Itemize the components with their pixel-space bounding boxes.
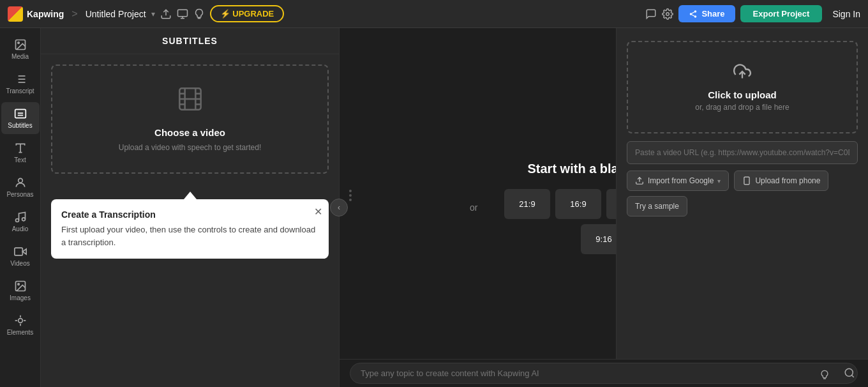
svg-line-48 bbox=[851, 375, 853, 377]
try-sample-button[interactable]: Try a sample bbox=[627, 196, 687, 216]
search-button[interactable] bbox=[836, 359, 863, 387]
upload-dropzone[interactable]: Click to upload or, drag and drop a file… bbox=[627, 41, 858, 133]
panel-collapse-button[interactable]: ‹ bbox=[330, 199, 348, 216]
or-label: or bbox=[470, 202, 477, 213]
sidebar-item-audio[interactable]: Audio bbox=[1, 206, 40, 238]
svg-point-25 bbox=[22, 218, 25, 221]
svg-point-30 bbox=[18, 319, 22, 323]
upload-icon[interactable] bbox=[160, 8, 172, 20]
svg-point-7 bbox=[694, 15, 697, 18]
comment-icon[interactable] bbox=[645, 8, 657, 20]
upload-drag-text: or, drag and drop a file here bbox=[641, 103, 844, 112]
choose-video-subtitle: Upload a video with speech to get starte… bbox=[119, 143, 261, 152]
svg-rect-27 bbox=[14, 248, 22, 255]
svg-rect-45 bbox=[744, 177, 749, 185]
svg-marker-26 bbox=[22, 249, 26, 254]
canvas-area: Start with a blank canvas 21:9 16:9 1:1 … bbox=[340, 28, 868, 387]
export-button[interactable]: Export Project bbox=[740, 5, 823, 22]
sidebar-item-elements[interactable]: Elements bbox=[1, 309, 40, 341]
topbar: Kapwing > Untitled Project ▾ ⚡ UPGRADE S… bbox=[0, 0, 868, 28]
tooltip-box: ✕ Create a Transcription First upload yo… bbox=[51, 199, 329, 259]
svg-point-11 bbox=[17, 42, 19, 44]
sidebar-item-images[interactable]: Images bbox=[1, 275, 40, 307]
svg-line-9 bbox=[692, 11, 694, 13]
ai-lightbulb-icon[interactable] bbox=[819, 370, 830, 382]
svg-point-5 bbox=[694, 10, 697, 12]
choose-video-title: Choose a video bbox=[154, 127, 225, 138]
svg-point-47 bbox=[845, 368, 853, 376]
project-chevron-icon[interactable]: ▾ bbox=[151, 10, 155, 19]
sidebar: Media Transcript Subtitles Text Personas… bbox=[0, 28, 41, 387]
breadcrumb-sep: > bbox=[71, 8, 77, 20]
logo[interactable]: Kapwing bbox=[8, 6, 64, 22]
upload-phone-button[interactable]: Upload from phone bbox=[734, 171, 828, 191]
upgrade-button[interactable]: ⚡ UPGRADE bbox=[210, 5, 285, 22]
tooltip-title: Create a Transcription bbox=[61, 209, 318, 220]
upload-click-text: Click to upload bbox=[641, 89, 844, 100]
sidebar-item-personas[interactable]: Personas bbox=[1, 171, 40, 203]
svg-point-6 bbox=[690, 13, 692, 15]
svg-point-23 bbox=[18, 178, 22, 183]
subtitles-panel: SUBTITLES Choose a video Upload a video … bbox=[41, 28, 340, 387]
sidebar-item-transcript[interactable]: Transcript bbox=[1, 68, 40, 100]
svg-rect-1 bbox=[177, 10, 187, 17]
upload-area: Click to upload or, drag and drop a file… bbox=[616, 28, 868, 359]
logo-icon bbox=[8, 6, 23, 22]
signin-button[interactable]: Sign In bbox=[832, 9, 860, 19]
sidebar-item-subtitles[interactable]: Subtitles bbox=[1, 102, 40, 134]
aspect-ratio-16-9[interactable]: 16:9 bbox=[555, 189, 601, 219]
tooltip-close-button[interactable]: ✕ bbox=[314, 206, 322, 218]
url-input[interactable] bbox=[627, 141, 858, 164]
ai-prompt-input[interactable] bbox=[350, 363, 858, 384]
svg-point-24 bbox=[15, 219, 19, 222]
svg-line-8 bbox=[692, 14, 694, 15]
sidebar-item-media[interactable]: Media bbox=[1, 33, 40, 65]
tooltip-text: First upload your video, then use the co… bbox=[61, 224, 318, 248]
bottom-bar bbox=[340, 359, 868, 387]
main-layout: Media Transcript Subtitles Text Personas… bbox=[0, 28, 868, 387]
import-google-button[interactable]: Import from Google ▾ bbox=[627, 171, 729, 191]
sidebar-item-videos[interactable]: Videos bbox=[1, 240, 40, 272]
share-button[interactable]: Share bbox=[678, 5, 735, 22]
tooltip-arrow bbox=[184, 192, 197, 199]
aspect-ratio-21-9[interactable]: 21:9 bbox=[504, 189, 550, 219]
project-title[interactable]: Untitled Project bbox=[86, 9, 146, 19]
choose-video-box[interactable]: Choose a video Upload a video with speec… bbox=[51, 64, 329, 174]
lightbulb-icon[interactable] bbox=[193, 8, 205, 20]
panel-title: SUBTITLES bbox=[41, 28, 339, 54]
upload-actions: Import from Google ▾ Upload from phone T… bbox=[627, 171, 858, 216]
brand-name: Kapwing bbox=[27, 9, 64, 19]
upload-cloud-icon bbox=[641, 63, 844, 84]
settings-icon[interactable] bbox=[662, 8, 673, 20]
monitor-icon[interactable] bbox=[177, 8, 188, 20]
sidebar-item-text[interactable]: Text bbox=[1, 137, 40, 169]
svg-point-4 bbox=[666, 12, 670, 15]
svg-point-29 bbox=[17, 284, 19, 285]
tooltip-container: ✕ Create a Transcription First upload yo… bbox=[51, 199, 329, 259]
film-icon bbox=[177, 86, 203, 117]
